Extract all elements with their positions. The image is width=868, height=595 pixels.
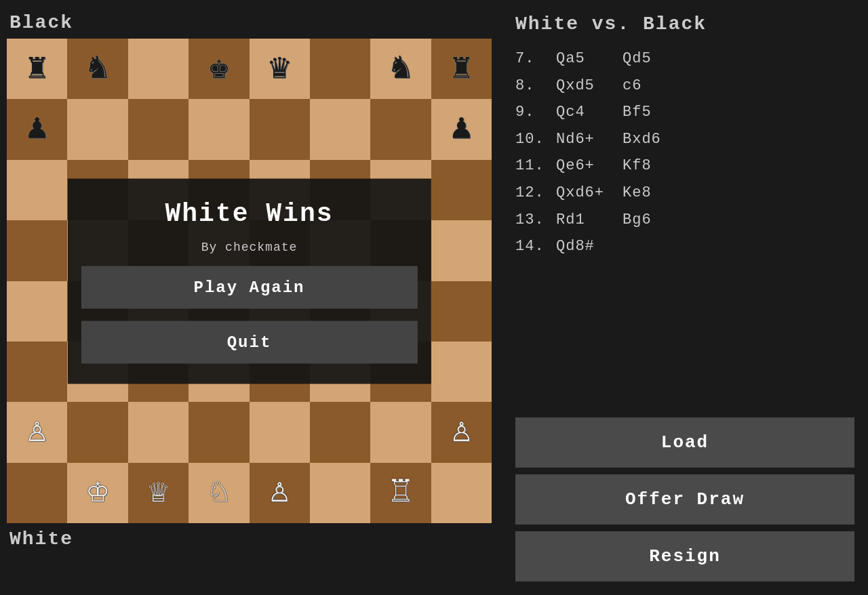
board-cell[interactable] — [7, 160, 67, 220]
white-player-label: White — [7, 523, 495, 555]
move-number: 12. — [515, 180, 551, 207]
move-row: 9.Qc4Bf5 — [515, 99, 854, 126]
move-black: c6 — [623, 73, 642, 100]
board-cell[interactable] — [128, 402, 189, 462]
board-cell[interactable]: ♖ — [370, 463, 431, 523]
play-again-button[interactable]: Play Again — [81, 266, 417, 308]
board-cell[interactable] — [310, 39, 370, 99]
game-over-overlay: White Wins By checkmate Play Again Quit — [67, 178, 431, 384]
board-cell[interactable] — [370, 402, 431, 462]
black-player-label: Black — [7, 7, 495, 39]
board-cell[interactable]: ♚ — [189, 39, 249, 99]
move-black: Qd5 — [623, 45, 652, 73]
game-over-title: White Wins — [165, 199, 333, 228]
board-cell[interactable]: ♟ — [431, 99, 492, 159]
move-white: Qe6+ — [556, 152, 617, 180]
quit-button[interactable]: Quit — [81, 321, 417, 363]
board-cell[interactable]: ♙ — [431, 402, 492, 462]
move-black: Bxd6 — [623, 126, 661, 153]
move-white: Qxd5 — [556, 73, 617, 100]
board-cell[interactable] — [67, 99, 127, 159]
board-cell[interactable] — [431, 220, 492, 281]
board-cell[interactable]: ♟ — [7, 99, 67, 159]
board-cell[interactable]: ♕ — [128, 463, 189, 523]
move-number: 13. — [515, 207, 551, 234]
move-row: 7.Qa5Qd5 — [515, 45, 854, 73]
move-black: Bg6 — [623, 207, 652, 234]
board-cell[interactable] — [7, 463, 67, 523]
move-number: 14. — [515, 233, 551, 260]
move-white: Qa5 — [556, 45, 617, 73]
move-white: Nd6+ — [556, 126, 617, 153]
board-cell[interactable] — [128, 39, 189, 99]
board-cell[interactable]: ♞ — [370, 39, 431, 99]
move-number: 7. — [515, 45, 551, 73]
move-white: Qd8# — [556, 233, 617, 260]
board-cell[interactable] — [370, 99, 431, 159]
board-cell[interactable]: ♛ — [250, 39, 310, 99]
board-cell[interactable]: ♙ — [7, 402, 67, 462]
board-cell[interactable] — [7, 220, 67, 281]
move-black: Bf5 — [623, 99, 652, 126]
board-cell[interactable] — [67, 402, 127, 462]
move-row: 10.Nd6+Bxd6 — [515, 126, 854, 153]
board-cell[interactable] — [7, 281, 67, 342]
action-buttons: Load Offer Draw Resign — [515, 417, 854, 581]
game-over-subtitle: By checkmate — [201, 240, 298, 253]
board-cell[interactable]: ♙ — [250, 463, 310, 523]
offer-draw-button[interactable]: Offer Draw — [515, 474, 854, 525]
board-cell[interactable] — [431, 463, 492, 523]
board-cell[interactable] — [250, 99, 310, 159]
board-cell[interactable] — [189, 99, 249, 159]
move-number: 10. — [515, 126, 551, 153]
load-button[interactable]: Load — [515, 417, 854, 468]
board-cell[interactable] — [431, 281, 492, 342]
move-white: Qc4 — [556, 99, 617, 126]
board-cell[interactable] — [431, 160, 492, 220]
resign-button[interactable]: Resign — [515, 531, 854, 581]
board-cell[interactable] — [189, 402, 249, 462]
board-cell[interactable]: ♘ — [189, 463, 249, 523]
move-row: 14.Qd8# — [515, 233, 854, 260]
move-number: 8. — [515, 73, 551, 100]
move-number: 11. — [515, 152, 551, 180]
board-cell[interactable] — [128, 99, 189, 159]
moves-list: 7.Qa5Qd58.Qxd5c69.Qc4Bf510.Nd6+Bxd611.Qe… — [515, 45, 854, 407]
board-cell[interactable] — [310, 402, 370, 462]
move-white: Qxd6+ — [556, 180, 617, 207]
move-row: 12.Qxd6+Ke8 — [515, 180, 854, 207]
move-white: Rd1 — [556, 207, 617, 234]
board-cell[interactable]: ♔ — [67, 463, 127, 523]
move-black: Kf8 — [623, 152, 652, 180]
board-cell[interactable]: ♜ — [431, 39, 492, 99]
board-cell[interactable] — [310, 99, 370, 159]
move-row: 8.Qxd5c6 — [515, 73, 854, 100]
move-row: 13.Rd1Bg6 — [515, 207, 854, 234]
board-cell[interactable] — [250, 402, 310, 462]
move-black: Ke8 — [623, 180, 652, 207]
board-cell[interactable] — [7, 342, 67, 402]
move-number: 9. — [515, 99, 551, 126]
board-cell[interactable] — [310, 463, 370, 523]
board-cell[interactable]: ♜ — [7, 39, 67, 99]
chess-board-container: ♜♞♚♛♞♜♟♟♙♙♔♕♘♙♖ White Wins By checkmate … — [7, 39, 492, 523]
board-cell[interactable] — [431, 342, 492, 402]
move-row: 11.Qe6+Kf8 — [515, 152, 854, 180]
match-title: White vs. Black — [515, 14, 854, 35]
board-cell[interactable]: ♞ — [67, 39, 127, 99]
